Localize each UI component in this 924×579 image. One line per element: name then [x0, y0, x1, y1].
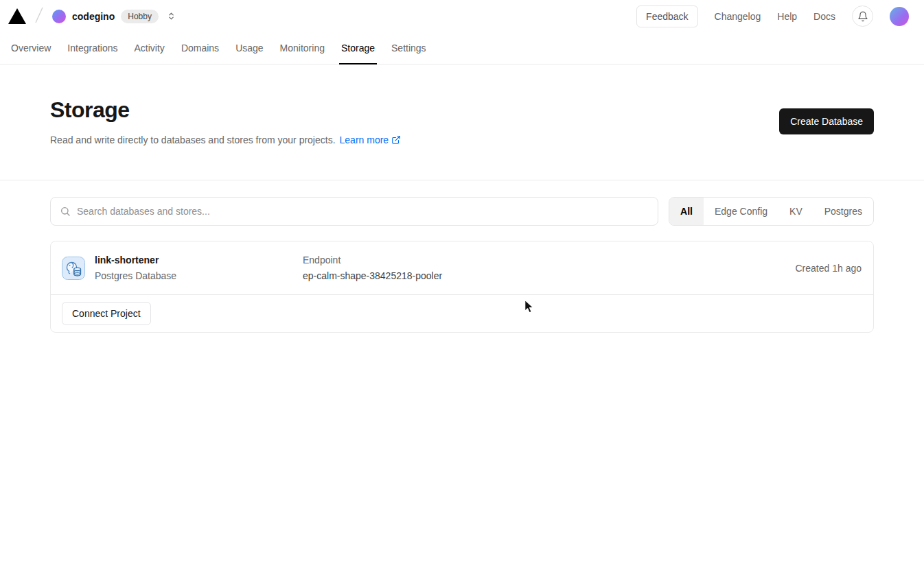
page-header-text: Storage Read and write directly to datab… — [50, 97, 401, 145]
user-avatar[interactable] — [890, 7, 909, 26]
team-name: codegino — [72, 11, 115, 22]
storage-toolbar: All Edge Config KV Postgres — [50, 197, 874, 226]
tab-storage[interactable]: Storage — [333, 32, 383, 64]
vercel-logo-icon[interactable] — [8, 8, 26, 24]
database-type: Postgres Database — [95, 269, 303, 283]
project-nav-tabs: Overview Integrations Activity Domains U… — [0, 32, 924, 64]
page-title: Storage — [50, 97, 401, 123]
bell-icon — [857, 11, 868, 22]
database-card-footer: Connect Project — [51, 294, 873, 332]
database-identity: link-shortener Postgres Database — [95, 253, 303, 283]
breadcrumb: codegino Hobby — [8, 5, 176, 27]
create-database-button[interactable]: Create Database — [779, 108, 874, 134]
top-header: codegino Hobby Feedback Changelog Help D… — [0, 0, 924, 32]
learn-more-label: Learn more — [340, 134, 389, 145]
plan-badge: Hobby — [121, 10, 159, 23]
tab-domains[interactable]: Domains — [173, 32, 227, 64]
created-timestamp: Created 1h ago — [795, 263, 862, 274]
search-input[interactable] — [77, 206, 649, 217]
filter-postgres[interactable]: Postgres — [813, 198, 873, 225]
notifications-button[interactable] — [852, 5, 873, 27]
external-link-icon — [391, 135, 401, 145]
tab-usage[interactable]: Usage — [227, 32, 271, 64]
type-filter-tabs: All Edge Config KV Postgres — [669, 197, 874, 226]
endpoint-value: ep-calm-shape-38425218-pooler — [303, 269, 795, 283]
team-selector[interactable]: codegino Hobby — [52, 10, 159, 23]
team-avatar — [52, 10, 66, 23]
tab-activity[interactable]: Activity — [126, 32, 173, 64]
page-subtitle: Read and write directly to databases and… — [50, 134, 401, 145]
database-row[interactable]: link-shortener Postgres Database Endpoin… — [51, 241, 873, 294]
storage-content: All Edge Config KV Postgres — [50, 180, 874, 349]
changelog-link[interactable]: Changelog — [715, 11, 761, 22]
tab-settings[interactable]: Settings — [383, 32, 435, 64]
filter-edge-config[interactable]: Edge Config — [704, 198, 778, 225]
search-icon — [60, 206, 71, 217]
filter-kv[interactable]: KV — [778, 198, 813, 225]
database-endpoint: Endpoint ep-calm-shape-38425218-pooler — [303, 253, 795, 283]
filter-all[interactable]: All — [669, 198, 704, 225]
header-actions: Feedback Changelog Help Docs — [636, 5, 909, 27]
database-card: link-shortener Postgres Database Endpoin… — [50, 241, 874, 333]
help-link[interactable]: Help — [777, 11, 797, 22]
slash-divider-icon — [34, 5, 44, 27]
connect-project-button[interactable]: Connect Project — [62, 302, 151, 325]
learn-more-link[interactable]: Learn more — [340, 134, 402, 145]
database-name: link-shortener — [95, 253, 303, 267]
tab-overview[interactable]: Overview — [3, 32, 59, 64]
search-box[interactable] — [50, 197, 658, 226]
tab-monitoring[interactable]: Monitoring — [272, 32, 333, 64]
page-subtitle-text: Read and write directly to databases and… — [50, 134, 336, 145]
endpoint-label: Endpoint — [303, 253, 795, 267]
feedback-button[interactable]: Feedback — [636, 5, 697, 27]
app-viewport: codegino Hobby Feedback Changelog Help D… — [0, 0, 924, 579]
page-header-section: Storage Read and write directly to datab… — [0, 64, 924, 180]
chevron-updown-icon[interactable] — [167, 12, 176, 21]
postgres-database-icon — [62, 257, 85, 280]
tab-integrations[interactable]: Integrations — [59, 32, 126, 64]
docs-link[interactable]: Docs — [813, 11, 835, 22]
